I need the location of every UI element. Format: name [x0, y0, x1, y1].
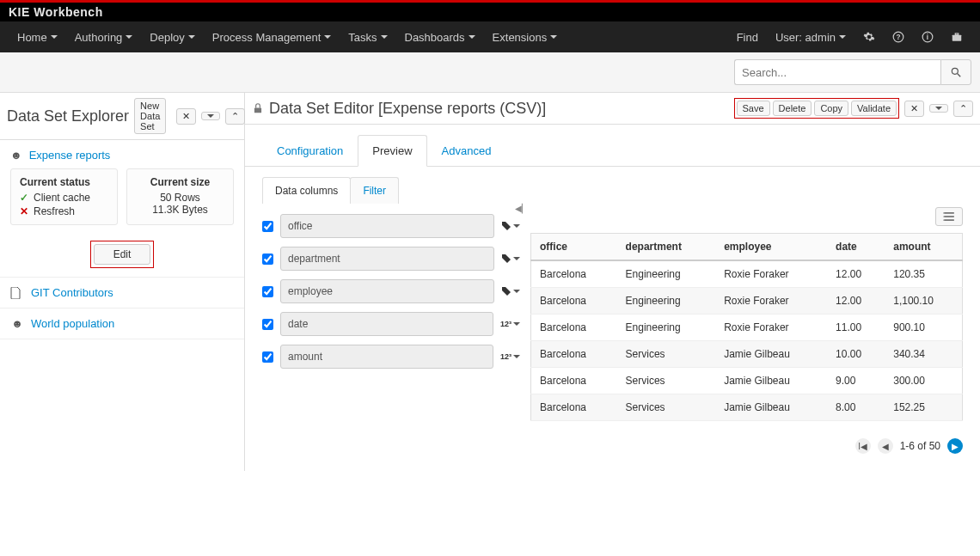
caret-icon — [513, 290, 520, 293]
edit-button[interactable]: Edit — [94, 244, 151, 265]
nav-authoring[interactable]: Authoring — [66, 24, 142, 51]
help-icon[interactable]: ? — [884, 24, 913, 50]
subtab-filter[interactable]: Filter — [350, 177, 399, 204]
table-row[interactable]: BarcelonaServicesJamie Gilbeau9.00300.00 — [531, 368, 963, 394]
table-row[interactable]: BarcelonaEngineeringRoxie Foraker11.0090… — [531, 315, 963, 341]
save-button[interactable]: Save — [737, 101, 770, 116]
dataset-link-expense[interactable]: Expense reports — [29, 149, 111, 162]
editor-collapse-button[interactable]: ⌃ — [953, 101, 973, 117]
navbar: Home Authoring Deploy Process Management… — [0, 21, 980, 52]
table-cell: Services — [617, 368, 716, 394]
caret-icon — [513, 257, 520, 260]
delete-button[interactable]: Delete — [773, 101, 812, 116]
pager-first-button[interactable]: I◀ — [855, 438, 871, 454]
caret-icon — [207, 114, 214, 118]
explorer-item-world[interactable]: ☻ World population — [0, 309, 244, 339]
editor-menu-button[interactable] — [929, 104, 948, 113]
table-cell: Engineering — [617, 260, 716, 288]
table-cell: 152.25 — [885, 394, 962, 421]
nav-extensions[interactable]: Extensions — [484, 24, 567, 51]
nav-tasks[interactable]: Tasks — [340, 24, 395, 51]
search-button[interactable] — [940, 59, 971, 85]
column-type-dropdown[interactable]: 12³ — [500, 352, 520, 361]
pager: I◀ ◀ 1-6 of 50 ▶ — [530, 438, 963, 454]
panel-collapse-button[interactable]: ⌃ — [225, 108, 245, 125]
table-header[interactable]: employee — [715, 234, 827, 261]
explorer-title: Data Set Explorer — [7, 107, 129, 125]
pager-next-button[interactable]: ▶ — [947, 438, 963, 454]
app-name: KIE Workbench — [9, 5, 103, 19]
column-type-dropdown[interactable] — [501, 221, 520, 231]
svg-point-12 — [943, 212, 944, 213]
table-cell: Barcelona — [531, 368, 617, 394]
columns-panel: ◀▏ 12³12³ — [262, 204, 520, 454]
table-cell: 1,100.10 — [885, 288, 962, 315]
svg-point-14 — [943, 220, 944, 221]
column-type-dropdown[interactable] — [501, 254, 520, 264]
caret-icon — [550, 35, 557, 39]
gear-icon[interactable] — [854, 24, 884, 50]
column-name-input[interactable] — [280, 247, 494, 271]
table-cell: 11.00 — [827, 315, 885, 341]
table-cell: Jamie Gilbeau — [715, 394, 827, 421]
panel-menu-button[interactable] — [201, 112, 220, 120]
number-icon: 12³ — [500, 352, 511, 361]
list-view-button[interactable] — [935, 207, 963, 226]
table-header[interactable]: amount — [885, 234, 962, 261]
editor-close-button[interactable]: ✕ — [904, 101, 924, 117]
column-type-dropdown[interactable] — [501, 286, 520, 296]
table-cell: 900.10 — [885, 315, 962, 341]
table-cell: 10.00 — [827, 341, 885, 368]
close-panel-button[interactable]: ✕ — [176, 108, 196, 125]
table-header[interactable]: office — [531, 234, 617, 261]
collapse-handle-icon[interactable]: ◀▏ — [515, 204, 529, 213]
nav-deploy[interactable]: Deploy — [141, 24, 203, 51]
pager-prev-button[interactable]: ◀ — [878, 438, 893, 454]
column-name-input[interactable] — [280, 345, 493, 369]
head-icon: ☻ — [10, 149, 22, 162]
copy-button[interactable]: Copy — [814, 101, 848, 116]
column-name-input[interactable] — [280, 312, 493, 336]
column-checkbox[interactable] — [262, 254, 273, 265]
table-row[interactable]: BarcelonaServicesJamie Gilbeau10.00340.3… — [531, 341, 963, 368]
cross-icon: ✕ — [20, 205, 28, 217]
table-cell: Barcelona — [531, 341, 617, 368]
table-row[interactable]: BarcelonaEngineeringRoxie Foraker12.001,… — [531, 288, 963, 315]
column-checkbox[interactable] — [262, 286, 273, 297]
column-row — [262, 247, 520, 271]
nav-home[interactable]: Home — [9, 24, 66, 51]
new-dataset-button[interactable]: New Data Set — [134, 98, 166, 134]
column-checkbox[interactable] — [262, 221, 273, 232]
nav-dashboards[interactable]: Dashboards — [396, 24, 484, 51]
column-name-input[interactable] — [280, 279, 494, 303]
table-header[interactable]: date — [827, 234, 885, 261]
caret-icon — [513, 224, 520, 228]
column-type-dropdown[interactable]: 12³ — [500, 320, 520, 328]
table-panel: officedepartmentemployeedateamount Barce… — [530, 204, 963, 454]
tab-advanced[interactable]: Advanced — [427, 135, 506, 167]
column-checkbox[interactable] — [262, 319, 273, 330]
validate-button[interactable]: Validate — [851, 101, 897, 116]
search-input[interactable] — [734, 59, 940, 85]
nav-user[interactable]: User: admin — [767, 24, 854, 51]
info-icon[interactable]: i — [913, 24, 942, 50]
column-name-input[interactable] — [280, 214, 494, 238]
explorer-item-git[interactable]: GIT Contributors — [0, 278, 244, 309]
pager-label: 1-6 of 50 — [900, 440, 940, 452]
table-header[interactable]: department — [617, 234, 716, 261]
column-row: 12³ — [262, 345, 520, 369]
tab-configuration[interactable]: Configuration — [262, 135, 358, 167]
table-row[interactable]: BarcelonaServicesJamie Gilbeau8.00152.25 — [531, 394, 963, 421]
nav-find[interactable]: Find — [728, 24, 767, 51]
number-icon: 12³ — [500, 320, 511, 328]
column-checkbox[interactable] — [262, 351, 273, 363]
caret-icon — [839, 35, 846, 39]
table-row[interactable]: BarcelonaEngineeringRoxie Foraker12.0012… — [531, 260, 963, 288]
table-cell: Barcelona — [531, 315, 617, 341]
subtab-columns[interactable]: Data columns — [262, 177, 351, 204]
tab-preview[interactable]: Preview — [358, 135, 426, 167]
table-cell: 300.00 — [885, 368, 962, 394]
briefcase-icon[interactable] — [942, 24, 971, 50]
nav-process[interactable]: Process Management — [204, 24, 340, 51]
table-cell: Barcelona — [531, 260, 617, 288]
